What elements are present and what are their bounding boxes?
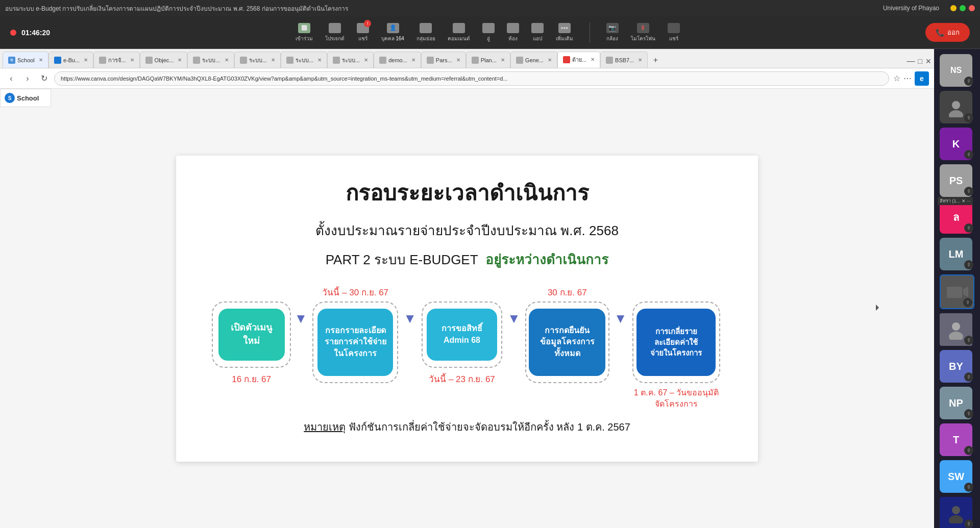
participant-by[interactable]: BY 🎙: [940, 350, 974, 383]
participant-photo1[interactable]: 🎙: [940, 91, 974, 123]
participant-ps[interactable]: PS 🎙: [940, 164, 974, 197]
arrow-1: ▼: [295, 285, 308, 335]
browser-area: S School ✕ e-Bu... ✕ การจั... ✕ Objec...…: [0, 49, 934, 528]
slide-subtitle: ตั้งงบประมาณรายจ่ายประจำปีงบประมาณ พ.ศ. …: [315, 220, 619, 241]
step-4: 30 ก.ย. 67 การกดยืนยันข้อมูลโครงการทั้งห…: [523, 285, 612, 383]
tab-pars[interactable]: Pars... ✕: [421, 52, 466, 68]
participants-count: 164: [396, 36, 404, 41]
step-5-label: การเกลี่ยรายละเอียดค่าใช้จ่ายในโครงการ: [650, 326, 702, 358]
tab-gene[interactable]: Gene... ✕: [510, 52, 557, 68]
url-input[interactable]: [54, 71, 889, 86]
toolbar-right: 📞 ออก: [925, 23, 970, 42]
more-button[interactable]: ⋯: [903, 73, 912, 83]
tab-close-win-btn[interactable]: ✕: [925, 57, 932, 65]
forward-button[interactable]: ›: [21, 72, 34, 85]
toolbar-mic-btn[interactable]: 🎙 ไมโครโฟน: [631, 23, 655, 42]
step-1-box: เปิดตัวเมนูใหม่: [218, 309, 285, 361]
tab-rb4[interactable]: ระบบ... ✕: [327, 52, 374, 68]
school-logo: S: [5, 93, 15, 103]
back-button[interactable]: ‹: [5, 72, 17, 85]
participant-t[interactable]: T 🎙: [940, 423, 974, 456]
toolbar-share2-btn[interactable]: แชร์: [668, 23, 680, 42]
svg-point-7: [949, 515, 963, 523]
close-button[interactable]: [969, 5, 975, 11]
toolbar-apps-btn[interactable]: อู่: [482, 23, 495, 42]
slide: กรอบระยะเวลาดำเนินการ ตั้งงบประมาณรายจ่า…: [176, 156, 758, 462]
participant-lm[interactable]: LM 🎙: [940, 238, 974, 270]
tab-rb2[interactable]: ระบบ... ✕: [234, 52, 281, 68]
slide-part-black: PART 2 ระบบ E-BUDGET: [326, 252, 478, 267]
participant-video-main[interactable]: 🎙: [940, 274, 974, 309]
mic-by: 🎙: [964, 372, 973, 382]
tab-active[interactable]: ต้าย... ✕: [557, 52, 600, 68]
title-bar-text: อบรมระบบ e-Budget การปรับเกลี่ยเงินโครงก…: [5, 4, 348, 13]
arrow-3: ▼: [507, 285, 521, 335]
tab-plan[interactable]: Plan... ✕: [466, 52, 510, 68]
presentation-area: S School กรอบระยะเวลาดำเนินการ ตั้งงบประ…: [0, 89, 934, 528]
tab-demo[interactable]: demo... ✕: [374, 52, 421, 68]
toolbar-more-btn[interactable]: ••• เพิ่มเติม: [556, 23, 573, 42]
refresh-button[interactable]: ↻: [38, 72, 50, 85]
maximize-button[interactable]: [960, 5, 966, 11]
step-5-date-bottom: 1 ต.ค. 67 – วันขออนุมัติจัดโครงการ: [634, 387, 719, 410]
tab-obj[interactable]: Objec... ✕: [140, 52, 188, 68]
mic-photo2: 🎙: [964, 336, 973, 345]
step-3-date-top: [460, 285, 463, 297]
tab-bar-controls: — □ ✕: [907, 57, 932, 68]
slide-arrow-right[interactable]: [871, 301, 883, 316]
tab-ebu[interactable]: e-Bu... ✕: [48, 52, 93, 68]
toolbar-room-btn[interactable]: ห้อง: [507, 23, 519, 42]
main-area: S School ✕ e-Bu... ✕ การจั... ✕ Objec...…: [0, 49, 980, 528]
toolbar-app-btn[interactable]: แอป: [531, 23, 544, 42]
participant-la[interactable]: ล สิทรา (1... ✕ ··· 🎙: [940, 201, 974, 234]
new-tab-button[interactable]: +: [648, 53, 663, 68]
leave-button[interactable]: 📞 ออก: [925, 23, 970, 42]
tab-school[interactable]: S School ✕: [3, 52, 48, 68]
toolbar-join-btn[interactable]: ⬜ เข้าร่วม: [296, 23, 313, 42]
tab-restore-btn[interactable]: □: [918, 57, 922, 65]
step-1-date-bottom: 16 ก.ย. 67: [232, 372, 271, 386]
step-2-date-top: วันนี้ – 30 ก.ย. 67: [322, 285, 388, 297]
participants-panel: NS 🎙 🎙 K 🎙 PS 🎙 ล สิทรา (1...: [934, 49, 980, 528]
tab-kar[interactable]: การจั... ✕: [93, 52, 139, 68]
step-1-box-outer: เปิดตัวเมนูใหม่: [212, 301, 291, 368]
participant-ns[interactable]: NS 🎙: [940, 54, 974, 87]
toolbar-camera-btn[interactable]: 📷 กล้อง: [606, 23, 619, 42]
university-label: University of Phayao: [883, 5, 939, 12]
tab-rb1[interactable]: ระบบ... ✕: [187, 52, 234, 68]
edge-icon: e: [915, 71, 929, 86]
toolbar-project-btn[interactable]: โปรเจกต์: [325, 23, 345, 42]
step-1: เปิดตัวเมนูใหม่ 16 ก.ย. 67: [211, 285, 292, 386]
tab-rb3[interactable]: ระบบ... ✕: [281, 52, 327, 68]
mic-t: 🎙: [964, 446, 973, 455]
toolbar-comment-btn[interactable]: คอมเมนต์: [448, 23, 470, 42]
participant-np[interactable]: NP 🎙: [940, 387, 974, 419]
svg-point-0: [952, 101, 960, 109]
tab-minimize-btn[interactable]: —: [907, 57, 915, 66]
content-area: S School กรอบระยะเวลาดำเนินการ ตั้งงบประ…: [0, 89, 934, 528]
tab-bsb[interactable]: BSB7... ✕: [600, 52, 648, 68]
address-bar: ‹ › ↻ ☆ ⋯ e: [0, 68, 934, 89]
mic-photo3: 🎙: [964, 519, 973, 528]
minimize-button[interactable]: [950, 5, 957, 11]
participant-sw[interactable]: SW 🎙: [940, 460, 974, 493]
participant-k[interactable]: K 🎙: [940, 128, 974, 160]
address-bar-actions: ☆ ⋯ e: [893, 71, 929, 86]
mic-la: 🎙: [964, 223, 973, 233]
participant-photo3[interactable]: 🎙: [940, 497, 974, 528]
step-2-box-outer: กรอกรายละเอียดรายการค่าใช้จ่ายในโครงการ: [312, 301, 398, 383]
school-badge: S School: [0, 89, 51, 107]
step-5-date-top: [675, 285, 677, 297]
star-button[interactable]: ☆: [893, 73, 900, 83]
divider: [590, 22, 590, 43]
step-3-label: การขอสิทธิ์Admin 68: [442, 323, 482, 346]
step-1-label: เปิดตัวเมนูใหม่: [225, 321, 279, 347]
step-1-date-top: [250, 285, 253, 297]
svg-rect-2: [947, 287, 962, 298]
toolbar-share-btn[interactable]: ! แชร์: [357, 23, 369, 42]
toolbar-people-btn[interactable]: 👤 บุคคล 164: [381, 23, 404, 42]
participant-photo2[interactable]: 🎙: [940, 313, 974, 346]
step-2-box: กรอกรายละเอียดรายการค่าใช้จ่ายในโครงการ: [317, 309, 393, 376]
toolbar-group-btn[interactable]: กลุ่มย่อย: [416, 23, 435, 42]
mic-photo1: 🎙: [964, 113, 973, 122]
